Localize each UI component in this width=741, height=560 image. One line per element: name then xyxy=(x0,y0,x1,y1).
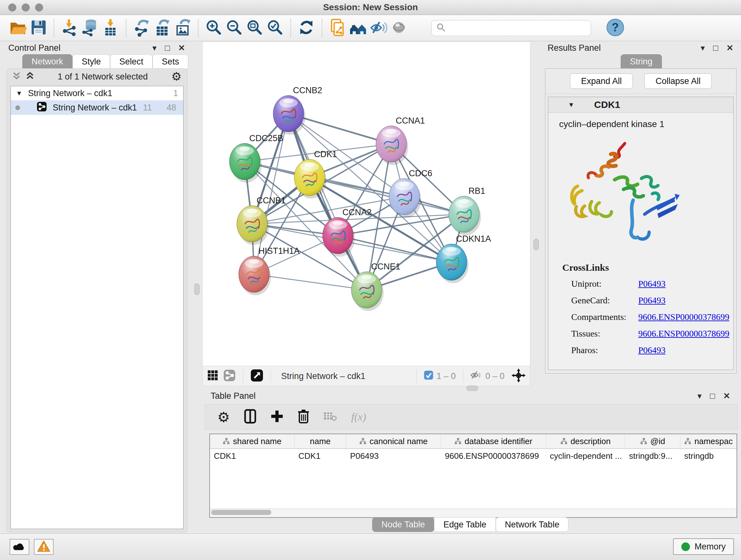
panel-maximize-icon[interactable]: □ xyxy=(165,43,170,53)
memory-button[interactable]: Memory xyxy=(673,538,734,555)
network-node-CCNE1[interactable]: CCNE1 xyxy=(351,262,401,311)
column-header-id[interactable]: @id xyxy=(625,434,680,448)
minimize-window-button[interactable] xyxy=(22,3,30,11)
string-home-button[interactable] xyxy=(348,17,368,39)
refresh-view-button[interactable] xyxy=(296,17,317,39)
network-edge-CCNB2-CCNE1[interactable] xyxy=(288,114,367,290)
export-image-button[interactable] xyxy=(172,17,193,39)
left-splitter-handle[interactable] xyxy=(194,284,199,295)
table-row[interactable]: CDK1 CDK1 P06493 9606.ENSP00000378699 cy… xyxy=(210,449,737,463)
card-collapse-arrow-icon[interactable]: ▼ xyxy=(568,101,575,109)
import-network-button[interactable] xyxy=(59,17,80,39)
control-panel-title: Control Panel xyxy=(8,43,61,53)
create-column-plus-icon[interactable] xyxy=(271,410,283,424)
tab-network-table[interactable]: Network Table xyxy=(495,517,569,532)
network-node-HIST1H1A[interactable]: HIST1H1A xyxy=(239,246,300,295)
crosslink-tissues-link[interactable]: 9606.ENSP00000378699 xyxy=(638,328,729,339)
crosslink-pharos-link[interactable]: P06493 xyxy=(638,345,666,355)
panel-float-icon[interactable]: ▾ xyxy=(700,43,704,53)
tab-select[interactable]: Select xyxy=(110,54,152,69)
expand-all-icon[interactable] xyxy=(26,71,34,83)
tab-edge-table[interactable]: Edge Table xyxy=(434,517,495,532)
network-row-selected[interactable]: String Network – cdk1 11 48 xyxy=(11,100,183,115)
network-options-gear-icon[interactable]: ⚙ xyxy=(172,70,182,83)
tab-node-table[interactable]: Node Table xyxy=(372,517,434,532)
export-table-button[interactable] xyxy=(152,17,172,39)
panel-float-icon[interactable]: ▾ xyxy=(697,391,701,401)
grid-view-icon[interactable] xyxy=(207,370,219,382)
export-network-button[interactable] xyxy=(131,17,152,39)
network-node-RB1[interactable]: RB1 xyxy=(449,186,485,235)
import-table-button[interactable] xyxy=(100,17,121,39)
network-node-CDKN1A[interactable]: CDKN1A xyxy=(436,234,491,283)
column-header-description[interactable]: description xyxy=(546,434,625,448)
hide-glass-button[interactable] xyxy=(368,17,389,39)
help-button[interactable]: ? xyxy=(605,17,625,39)
zoom-selected-button[interactable] xyxy=(265,17,285,39)
zoom-fit-button[interactable] xyxy=(245,17,265,39)
expand-all-button[interactable]: Expand All xyxy=(570,73,633,89)
network-node-CCNA1[interactable]: CCNA1 xyxy=(376,116,425,165)
string-documents-button[interactable] xyxy=(327,17,348,39)
right-splitter-handle[interactable] xyxy=(534,239,539,250)
network-edge-CCNA2-CDKN1A[interactable] xyxy=(338,236,452,262)
column-header-shared-name[interactable]: shared name xyxy=(210,434,294,448)
panel-maximize-icon[interactable]: □ xyxy=(710,391,715,401)
search-input[interactable] xyxy=(449,23,586,33)
birds-eye-view-icon[interactable] xyxy=(250,369,264,383)
network-view-title: String Network – cdk1 xyxy=(281,371,365,381)
zoom-out-icon xyxy=(225,18,244,38)
panel-maximize-icon[interactable]: □ xyxy=(713,43,718,53)
horizontal-splitter-handle[interactable] xyxy=(467,386,478,391)
hidden-eye-slash-icon[interactable] xyxy=(470,370,482,382)
search-field[interactable] xyxy=(431,20,591,36)
crosslink-uniprot-link[interactable]: P06493 xyxy=(638,279,666,289)
column-header-namespace[interactable]: namespac xyxy=(680,434,737,448)
network-node-CDK1[interactable]: CDK1 xyxy=(294,149,337,199)
column-header-canonical-name[interactable]: canonical name xyxy=(346,434,441,448)
collapse-all-button[interactable]: Collapse All xyxy=(644,73,712,89)
panel-close-icon[interactable]: ✕ xyxy=(723,391,730,401)
table-horizontal-scrollbar[interactable] xyxy=(209,509,737,518)
protein-card-header[interactable]: ▼ CDK1 xyxy=(548,97,733,113)
zoom-in-button[interactable] xyxy=(204,17,224,39)
panel-close-icon[interactable]: ✕ xyxy=(726,43,733,53)
houses-icon xyxy=(349,18,367,38)
selected-checkbox-icon[interactable] xyxy=(424,370,433,382)
zoom-window-button[interactable] xyxy=(35,3,43,11)
tab-style[interactable]: Style xyxy=(72,54,110,69)
network-node-CCNB2[interactable]: CCNB2 xyxy=(273,85,322,135)
show-glass-button[interactable] xyxy=(389,17,409,39)
panel-close-icon[interactable]: ✕ xyxy=(178,43,185,53)
tab-sets[interactable]: Sets xyxy=(152,54,188,69)
column-header-database-identifier[interactable]: database identifier xyxy=(441,434,546,448)
open-session-button[interactable] xyxy=(8,17,28,39)
cloud-button[interactable] xyxy=(10,539,29,555)
network-collection-row[interactable]: ▼ String Network – cdk1 1 xyxy=(11,86,183,100)
collection-name: String Network – cdk1 xyxy=(28,88,112,98)
table-options-gear-icon[interactable]: ⚙ xyxy=(217,409,230,425)
network-node-CCNB1[interactable]: CCNB1 xyxy=(237,196,286,245)
show-columns-icon[interactable] xyxy=(244,409,257,425)
crosslink-compartments-link[interactable]: 9606.ENSP00000378699 xyxy=(638,312,729,322)
scrollbar-thumb[interactable] xyxy=(211,510,271,515)
tab-string[interactable]: String xyxy=(621,54,662,69)
network-canvas[interactable]: CCNB2CCNA1CDC25BCDK1CDC6RB1CCNB1CCNA2CDK… xyxy=(203,42,530,366)
column-header-name[interactable]: name xyxy=(294,434,346,448)
network-share-icon[interactable] xyxy=(223,369,236,383)
crosslink-genecard-link[interactable]: P06493 xyxy=(638,295,666,306)
panel-float-icon[interactable]: ▾ xyxy=(152,43,156,53)
warning-button[interactable] xyxy=(34,539,54,555)
node-table[interactable]: shared name name canonical name database… xyxy=(209,434,737,509)
traffic-lights xyxy=(8,3,43,11)
fit-content-crosshair-icon[interactable] xyxy=(512,368,526,384)
zoom-out-button[interactable] xyxy=(224,17,245,39)
close-window-button[interactable] xyxy=(8,3,16,11)
delete-column-trash-icon[interactable] xyxy=(297,409,310,425)
collapse-all-icon[interactable] xyxy=(12,71,21,83)
tab-network[interactable]: Network xyxy=(22,54,72,69)
save-session-button[interactable] xyxy=(28,17,49,39)
import-database-button[interactable] xyxy=(80,17,100,39)
collection-expand-arrow-icon[interactable]: ▼ xyxy=(16,90,22,97)
results-panel-title: Results Panel xyxy=(548,43,601,53)
